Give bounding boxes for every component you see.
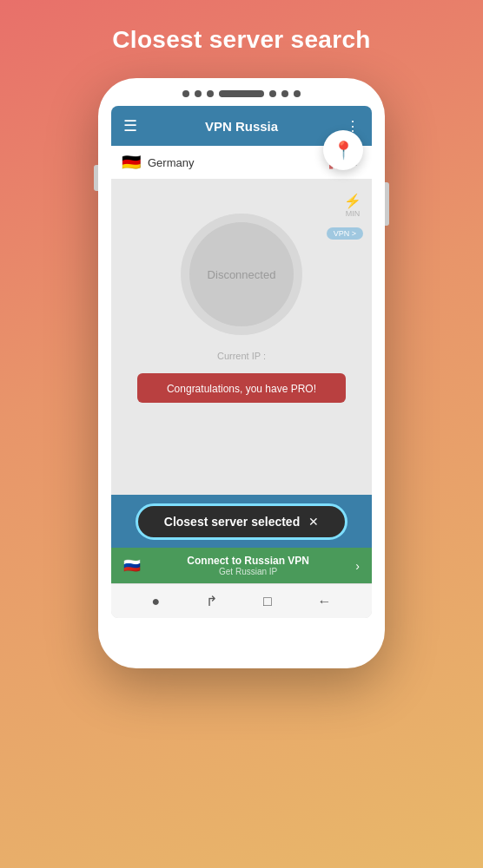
disconnected-label: Disconnected	[208, 268, 276, 281]
bolt-icon: ⚡	[344, 193, 361, 209]
min-label: MIN	[346, 209, 361, 218]
vpn-badge[interactable]: VPN >	[327, 227, 363, 240]
current-ip-label: Current IP :	[217, 351, 266, 361]
connect-flag-icon: 🇷🇺	[123, 557, 141, 574]
app-title: VPN Russia	[205, 119, 278, 134]
nav-home-icon[interactable]: □	[263, 594, 272, 609]
location-pin-button[interactable]: 📍	[323, 130, 363, 170]
sensor-dot	[195, 90, 202, 97]
phone-top-bar	[182, 90, 301, 97]
min-label-area: ⚡ MIN	[344, 193, 361, 218]
phone-side-button-left	[94, 165, 98, 191]
camera-dot	[182, 90, 189, 97]
location-pin-icon: 📍	[333, 140, 354, 161]
sensor-dot4	[281, 90, 288, 97]
connect-circle-outer[interactable]: Disconnected	[181, 214, 302, 335]
menu-icon[interactable]: ☰	[123, 116, 137, 135]
phone-frame: ☰ VPN Russia ⋮ 🇩🇪 Germany ▌▌ ▼ 📍 ⚡ MIN	[98, 78, 385, 668]
sensor-dot2	[207, 90, 214, 97]
connect-sub-text: Get Russian IP	[149, 567, 347, 576]
sensor-dot3	[269, 90, 276, 97]
pro-banner-text: Congratulations, you have PRO!	[167, 383, 316, 395]
speaker-grille	[219, 90, 264, 97]
sensor-dot5	[294, 90, 301, 97]
connect-arrow-icon: ›	[355, 559, 360, 573]
disconnected-area: Disconnected	[181, 214, 302, 335]
nav-bar: ● ↱ □ ←	[111, 583, 372, 618]
connect-circle-inner[interactable]: Disconnected	[189, 222, 294, 326]
connect-text-area: Connect to Russian VPN Get Russian IP	[149, 555, 347, 576]
screen-content: 🇩🇪 Germany ▌▌ ▼ 📍 ⚡ MIN VPN >	[111, 146, 372, 618]
phone-side-button-right	[385, 182, 389, 226]
nav-dot-icon[interactable]: ●	[151, 594, 160, 609]
nav-back-icon[interactable]: ←	[318, 594, 332, 609]
closest-server-text: Closest server selected	[164, 515, 300, 529]
nav-recent-icon[interactable]: ↱	[206, 593, 217, 609]
vpn-info-row: VPN >	[327, 224, 363, 240]
pro-banner: Congratulations, you have PRO!	[137, 373, 346, 403]
page-title: Closest server search	[112, 26, 370, 54]
phone-screen: ☰ VPN Russia ⋮ 🇩🇪 Germany ▌▌ ▼ 📍 ⚡ MIN	[111, 106, 372, 618]
close-notification-button[interactable]: ✕	[308, 515, 319, 529]
country-flag: 🇩🇪	[122, 153, 141, 172]
country-name: Germany	[148, 156, 322, 169]
server-row[interactable]: 🇩🇪 Germany ▌▌ ▼ 📍	[111, 146, 372, 179]
closest-server-banner: Closest server selected ✕	[111, 495, 372, 549]
connect-main-text: Connect to Russian VPN	[149, 555, 347, 567]
connect-vpn-button[interactable]: 🇷🇺 Connect to Russian VPN Get Russian IP…	[111, 548, 372, 583]
closest-server-pill: Closest server selected ✕	[136, 503, 347, 540]
